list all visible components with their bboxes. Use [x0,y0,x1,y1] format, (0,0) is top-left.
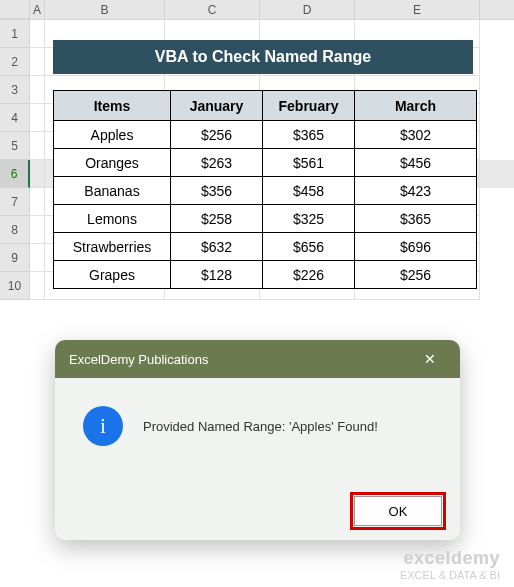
dialog-titlebar[interactable]: ExcelDemy Publications ✕ [55,340,460,378]
message-dialog: ExcelDemy Publications ✕ i Provided Name… [55,340,460,540]
col-header-C[interactable]: C [165,0,260,19]
watermark-tagline: EXCEL & DATA & BI [400,569,500,581]
column-headers: A B C D E [0,0,514,20]
table-row: Oranges$263$561$456 [54,149,477,177]
table-cell[interactable]: $258 [171,205,263,233]
ok-button[interactable]: OK [354,496,442,526]
select-all-corner[interactable] [0,0,30,19]
th-march: March [355,91,477,121]
table-cell[interactable]: Apples [54,121,171,149]
table-cell[interactable]: Oranges [54,149,171,177]
col-header-A[interactable]: A [30,0,45,19]
table-cell[interactable]: $128 [171,261,263,289]
table-cell[interactable]: Lemons [54,205,171,233]
table-cell[interactable]: $696 [355,233,477,261]
table-cell[interactable]: $456 [355,149,477,177]
row-header-2[interactable]: 2 [0,48,30,76]
row-header-1[interactable]: 1 [0,20,30,48]
dialog-body: i Provided Named Range: 'Apples' Found! [55,378,460,466]
table-cell[interactable]: $256 [355,261,477,289]
row-header-9[interactable]: 9 [0,244,30,272]
row-header-7[interactable]: 7 [0,188,30,216]
table-cell[interactable]: $302 [355,121,477,149]
th-items: Items [54,91,171,121]
table-row: Apples$256$365$302 [54,121,477,149]
table-header-row: Items January February March [54,91,477,121]
table-cell[interactable]: $423 [355,177,477,205]
watermark-brand: exceldemy [400,549,500,569]
row-header-8[interactable]: 8 [0,216,30,244]
table-cell[interactable]: $458 [263,177,355,205]
dialog-footer: OK [354,496,442,526]
spreadsheet: A B C D E 1 2 3 4 5 6 7 8 9 10 VBA to Ch… [0,0,514,587]
table-cell[interactable]: Strawberries [54,233,171,261]
watermark: exceldemy EXCEL & DATA & BI [400,549,500,581]
th-january: January [171,91,263,121]
col-header-B[interactable]: B [45,0,165,19]
col-header-E[interactable]: E [355,0,480,19]
table-cell[interactable]: $365 [355,205,477,233]
table-row: Grapes$128$226$256 [54,261,477,289]
table-row: Strawberries$632$656$696 [54,233,477,261]
table-row: Lemons$258$325$365 [54,205,477,233]
table-row: Bananas$356$458$423 [54,177,477,205]
row-header-6[interactable]: 6 [0,160,30,188]
table-cell[interactable]: $256 [171,121,263,149]
table-cell[interactable]: Grapes [54,261,171,289]
table-cell[interactable]: $226 [263,261,355,289]
col-header-D[interactable]: D [260,0,355,19]
th-february: February [263,91,355,121]
table-cell[interactable]: $365 [263,121,355,149]
row-header-5[interactable]: 5 [0,132,30,160]
close-icon[interactable]: ✕ [414,345,446,373]
row-headers: 1 2 3 4 5 6 7 8 9 10 [0,20,30,300]
table-cell[interactable]: $632 [171,233,263,261]
dialog-message: Provided Named Range: 'Apples' Found! [143,419,378,434]
data-table: Items January February March Apples$256$… [53,90,477,289]
row-header-4[interactable]: 4 [0,104,30,132]
table-cell[interactable]: $561 [263,149,355,177]
table-cell[interactable]: Bananas [54,177,171,205]
dialog-title-text: ExcelDemy Publications [69,352,208,367]
table-cell[interactable]: $356 [171,177,263,205]
table-cell[interactable]: $656 [263,233,355,261]
table-cell[interactable]: $325 [263,205,355,233]
page-title: VBA to Check Named Range [53,40,473,74]
info-icon: i [83,406,123,446]
table-cell[interactable]: $263 [171,149,263,177]
row-header-10[interactable]: 10 [0,272,30,300]
row-header-3[interactable]: 3 [0,76,30,104]
